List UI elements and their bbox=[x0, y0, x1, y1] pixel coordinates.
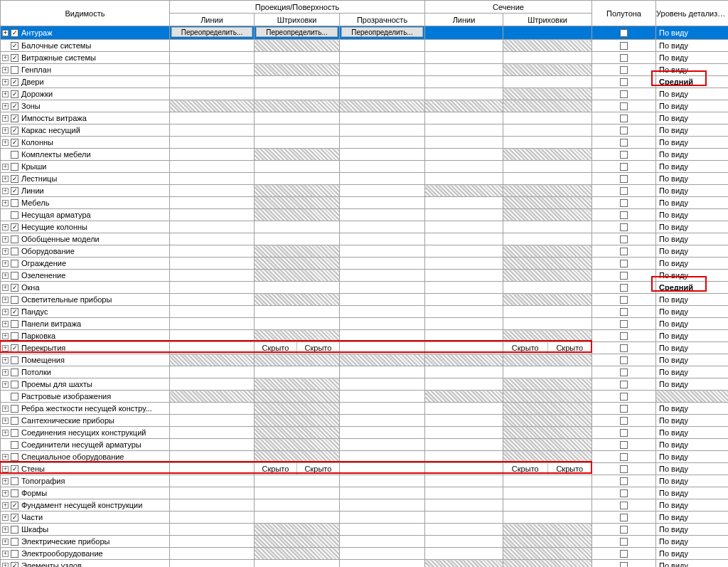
proj-lines-cell[interactable] bbox=[170, 88, 255, 100]
halftone-checkbox[interactable] bbox=[620, 538, 628, 546]
sec-lines-cell[interactable] bbox=[425, 270, 503, 282]
sec-lines-cell[interactable] bbox=[425, 124, 503, 137]
proj-lines-cell[interactable] bbox=[170, 366, 255, 378]
table-row[interactable]: +ЛестницыПо виду bbox=[1, 173, 729, 185]
sec-hatch-cell[interactable] bbox=[503, 100, 592, 112]
proj-trans-cell[interactable] bbox=[340, 330, 425, 342]
proj-lines-cell[interactable] bbox=[170, 512, 255, 524]
expand-icon[interactable]: + bbox=[2, 369, 9, 376]
halftone-checkbox[interactable] bbox=[620, 115, 628, 122]
halftone-cell[interactable] bbox=[592, 548, 656, 560]
expand-icon[interactable]: + bbox=[2, 454, 9, 460]
expand-icon[interactable]: + bbox=[2, 418, 9, 424]
proj-trans-cell[interactable]: Переопределить... bbox=[340, 26, 425, 40]
proj-hatch-cell[interactable] bbox=[255, 512, 340, 524]
sec-hatch-cell[interactable] bbox=[503, 52, 592, 64]
sec-lines-cell[interactable] bbox=[425, 548, 503, 560]
detail-level-cell[interactable]: По виду bbox=[656, 342, 728, 354]
sec-lines-cell[interactable] bbox=[425, 197, 503, 209]
visibility-checkbox[interactable] bbox=[11, 187, 18, 195]
proj-lines-cell[interactable] bbox=[170, 378, 255, 391]
proj-trans-cell[interactable] bbox=[340, 124, 425, 137]
table-row[interactable]: +ГенпланПо виду bbox=[1, 64, 729, 76]
visibility-checkbox[interactable] bbox=[11, 417, 18, 425]
override-button[interactable]: Переопределить... bbox=[341, 27, 423, 37]
detail-level-cell[interactable]: По виду bbox=[656, 161, 728, 173]
proj-trans-cell[interactable] bbox=[340, 560, 425, 568]
halftone-checkbox[interactable] bbox=[620, 284, 628, 292]
halftone-cell[interactable] bbox=[592, 64, 656, 76]
halftone-checkbox[interactable] bbox=[620, 381, 628, 388]
halftone-checkbox[interactable] bbox=[620, 187, 628, 195]
table-row[interactable]: +Несущие колонныПо виду bbox=[1, 221, 729, 233]
sec-hatch-cell[interactable] bbox=[503, 306, 592, 318]
sec-lines-cell[interactable] bbox=[425, 40, 503, 52]
proj-lines-cell[interactable] bbox=[170, 330, 255, 342]
sec-hatch-cell[interactable] bbox=[503, 197, 592, 209]
halftone-cell[interactable] bbox=[592, 306, 656, 318]
proj-trans-cell[interactable] bbox=[340, 366, 425, 378]
halftone-checkbox[interactable] bbox=[620, 417, 628, 425]
detail-level-cell[interactable]: По виду bbox=[656, 330, 728, 342]
sec-lines-cell[interactable] bbox=[425, 439, 503, 451]
sec-hatch-cell[interactable] bbox=[503, 161, 592, 173]
expand-icon[interactable]: + bbox=[2, 30, 9, 36]
sec-hatch-cell[interactable] bbox=[503, 560, 592, 568]
proj-hatch-cell[interactable] bbox=[255, 245, 340, 258]
visibility-checkbox[interactable] bbox=[11, 260, 18, 267]
halftone-checkbox[interactable] bbox=[620, 163, 628, 171]
halftone-cell[interactable] bbox=[592, 391, 656, 403]
expand-icon[interactable]: + bbox=[2, 297, 9, 303]
halftone-cell[interactable] bbox=[592, 536, 656, 548]
visibility-checkbox[interactable] bbox=[11, 526, 18, 534]
proj-trans-cell[interactable] bbox=[340, 173, 425, 185]
proj-hatch-cell[interactable] bbox=[255, 76, 340, 88]
sec-hatch-cell[interactable] bbox=[503, 536, 592, 548]
expand-icon[interactable]: + bbox=[2, 563, 9, 568]
sec-hatch-cell[interactable] bbox=[503, 258, 592, 270]
sec-lines-cell[interactable] bbox=[425, 463, 503, 475]
sec-lines-cell[interactable] bbox=[425, 403, 503, 415]
expand-icon[interactable]: + bbox=[2, 115, 9, 122]
proj-lines-cell[interactable] bbox=[170, 52, 255, 64]
proj-lines-cell[interactable] bbox=[170, 137, 255, 149]
proj-hatch-cell[interactable] bbox=[255, 209, 340, 221]
sec-hatch-cell[interactable] bbox=[503, 403, 592, 415]
proj-lines-cell[interactable] bbox=[170, 560, 255, 568]
sec-lines-cell[interactable] bbox=[425, 342, 503, 354]
proj-lines-cell[interactable] bbox=[170, 318, 255, 330]
detail-level-cell[interactable]: Средний bbox=[656, 282, 728, 294]
sec-lines-cell[interactable] bbox=[425, 366, 503, 378]
table-row[interactable]: +ЭлектрооборудованиеПо виду bbox=[1, 548, 729, 560]
detail-level-cell[interactable]: По виду bbox=[656, 403, 728, 415]
header-visibility[interactable]: Видимость bbox=[1, 1, 170, 26]
halftone-cell[interactable] bbox=[592, 366, 656, 378]
proj-lines-cell[interactable] bbox=[170, 403, 255, 415]
table-row[interactable]: +Несущая арматураПо виду bbox=[1, 209, 729, 221]
sec-lines-cell[interactable] bbox=[425, 378, 503, 391]
proj-lines-cell[interactable] bbox=[170, 306, 255, 318]
sec-hatch-cell[interactable] bbox=[503, 366, 592, 378]
halftone-cell[interactable] bbox=[592, 451, 656, 463]
proj-hatch-cell[interactable] bbox=[255, 403, 340, 415]
halftone-cell[interactable] bbox=[592, 52, 656, 64]
halftone-checkbox[interactable] bbox=[620, 223, 628, 231]
sec-lines-cell[interactable] bbox=[425, 209, 503, 221]
detail-level-cell[interactable]: По виду bbox=[656, 185, 728, 197]
halftone-checkbox[interactable] bbox=[620, 514, 628, 521]
proj-trans-cell[interactable] bbox=[340, 221, 425, 233]
sec-hatch-cell[interactable] bbox=[503, 487, 592, 499]
expand-icon[interactable]: + bbox=[2, 502, 9, 509]
visibility-checkbox[interactable] bbox=[11, 29, 18, 37]
proj-lines-cell[interactable] bbox=[170, 427, 255, 439]
expand-icon[interactable]: + bbox=[2, 478, 9, 484]
sec-lines-cell[interactable] bbox=[425, 137, 503, 149]
expand-icon[interactable]: + bbox=[2, 200, 9, 206]
detail-level-cell[interactable]: По виду bbox=[656, 221, 728, 233]
halftone-cell[interactable] bbox=[592, 124, 656, 137]
table-row[interactable]: +Проемы для шахтыПо виду bbox=[1, 378, 729, 391]
table-row[interactable]: +МебельПо виду bbox=[1, 197, 729, 209]
detail-level-cell[interactable] bbox=[656, 391, 728, 403]
proj-hatch-cell[interactable] bbox=[255, 161, 340, 173]
sec-lines-cell[interactable] bbox=[425, 560, 503, 568]
